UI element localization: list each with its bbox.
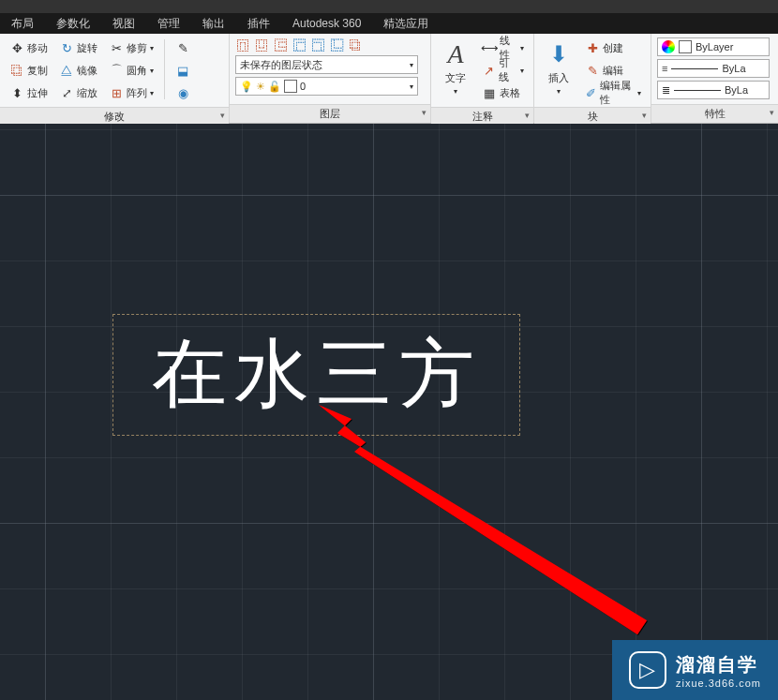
copy-button[interactable]: ⿻ 复制 xyxy=(6,60,52,81)
linetype-combo[interactable]: ≣ ByLa xyxy=(657,81,770,99)
drawing-canvas[interactable]: 在水三方 ▷ 溜溜自学 zixue.3d66.com xyxy=(0,124,778,700)
rotate-button[interactable]: ↻ 旋转 xyxy=(55,37,101,58)
layer-tool-3[interactable]: ⿷ xyxy=(273,37,288,52)
menu-layout[interactable]: 布局 xyxy=(2,13,43,35)
insert-button[interactable]: ⬇ 插入 ▾ xyxy=(540,37,577,103)
text-entity[interactable]: 在水三方 xyxy=(112,314,520,436)
offset-button[interactable]: ◉ xyxy=(172,82,194,103)
panel-dropdown-icon[interactable]: ▾ xyxy=(422,108,426,117)
move-label: 移动 xyxy=(27,41,48,55)
linear-icon: ⟷ xyxy=(482,40,497,55)
scale-icon: ⤢ xyxy=(59,85,74,100)
stretch-button[interactable]: ⬍ 拉伸 xyxy=(6,82,52,103)
panel-annotation-title: 注释 ▾ xyxy=(431,107,533,126)
linetype-label: ByLa xyxy=(725,84,748,96)
color-swatch xyxy=(679,40,692,53)
trim-label: 修剪 xyxy=(127,41,147,55)
menu-view[interactable]: 视图 xyxy=(103,13,144,35)
panel-layers-title: 图层 ▾ xyxy=(230,104,430,123)
title-bar xyxy=(0,0,778,13)
watermark-title: 溜溜自学 xyxy=(676,652,761,678)
mirror-label: 镜像 xyxy=(77,64,97,78)
layer-tool-4[interactable]: ⿸ xyxy=(292,37,307,52)
layer-tool-2[interactable]: ⿶ xyxy=(254,37,269,52)
panel-dropdown-icon[interactable]: ▾ xyxy=(525,111,530,120)
linetype-sample xyxy=(674,90,721,91)
color-wheel-icon xyxy=(662,40,675,53)
create-button[interactable]: ✚ 创建 xyxy=(581,37,645,58)
layer-combo[interactable]: 💡 ☀ 🔓 0 ▾ xyxy=(235,77,418,96)
insert-label: 插入 xyxy=(548,71,569,85)
layer-state-combo[interactable]: 未保存的图层状态 ▾ xyxy=(235,55,418,74)
erase-button[interactable]: ✎ xyxy=(172,37,194,58)
lightbulb-icon: 💡 xyxy=(240,81,253,93)
scale-button[interactable]: ⤢ 缩放 xyxy=(55,82,101,103)
leader-button[interactable]: ↗ 引线 ▾ xyxy=(478,60,528,81)
create-icon: ✚ xyxy=(585,40,600,55)
fillet-icon: ⌒ xyxy=(109,63,124,78)
mirror-button[interactable]: ⧋ 镜像 xyxy=(55,60,101,81)
insert-icon: ⬇ xyxy=(544,39,574,69)
panel-dropdown-icon[interactable]: ▾ xyxy=(220,111,225,120)
layer-name: 0 xyxy=(300,81,306,92)
stretch-icon: ⬍ xyxy=(9,85,24,100)
move-icon: ✥ xyxy=(9,40,24,55)
move-button[interactable]: ✥ 移动 xyxy=(6,37,52,58)
trim-button[interactable]: ✂ 修剪 ▾ xyxy=(105,37,157,58)
create-label: 创建 xyxy=(603,41,623,55)
menu-plugins[interactable]: 插件 xyxy=(238,13,279,35)
text-button[interactable]: A 文字 ▾ xyxy=(437,37,474,103)
edit-button[interactable]: ✎ 编辑 xyxy=(581,60,645,81)
edit-label: 编辑 xyxy=(603,64,623,78)
table-icon: ▦ xyxy=(482,85,497,100)
menu-autodesk360[interactable]: Autodesk 360 xyxy=(283,14,370,33)
trim-icon: ✂ xyxy=(109,40,124,55)
editattr-icon: ✐ xyxy=(585,85,597,100)
watermark: ▷ 溜溜自学 zixue.3d66.com xyxy=(612,640,778,700)
menu-bar: 布局 参数化 视图 管理 输出 插件 Autodesk 360 精选应用 xyxy=(0,13,778,34)
linear-button[interactable]: ⟷ 线性 ▾ xyxy=(478,37,528,58)
menu-parametric[interactable]: 参数化 xyxy=(47,13,99,35)
mirror-icon: ⧋ xyxy=(59,63,74,78)
editattr-label: 编辑属性 xyxy=(600,79,635,107)
copy-label: 复制 xyxy=(27,64,48,78)
array-label: 阵列 xyxy=(127,86,147,100)
copy-icon: ⿻ xyxy=(9,63,24,78)
lineweight-label: ByLa xyxy=(722,63,745,74)
panel-block: ⬇ 插入 ▾ ✚ 创建 ✎ 编辑 ✐ 编辑属性 ▾ xyxy=(534,34,651,123)
menu-manage[interactable]: 管理 xyxy=(148,13,189,35)
explode-button[interactable]: ⬓ xyxy=(172,60,194,81)
stretch-label: 拉伸 xyxy=(27,86,48,100)
panel-modify-title: 修改 ▾ xyxy=(0,107,229,126)
erase-icon: ✎ xyxy=(175,40,190,55)
panel-dropdown-icon[interactable]: ▾ xyxy=(770,108,774,117)
rotate-icon: ↻ xyxy=(59,40,74,55)
panel-modify: ✥ 移动 ⿻ 复制 ⬍ 拉伸 ↻ 旋转 ⧋ 镜像 xyxy=(0,34,230,123)
array-button[interactable]: ⊞ 阵列 ▾ xyxy=(105,82,157,103)
layer-tool-6[interactable]: ⿺ xyxy=(329,37,344,52)
panel-layers: ⿵ ⿶ ⿷ ⿸ ⿹ ⿺ ⿻ 未保存的图层状态 ▾ 💡 ☀ 🔓 0 xyxy=(230,34,431,123)
menu-output[interactable]: 输出 xyxy=(193,13,234,35)
color-combo[interactable]: ByLayer xyxy=(657,37,770,56)
lineweight-combo[interactable]: ≡ ByLa xyxy=(657,59,770,78)
sun-icon: ☀ xyxy=(256,81,265,93)
leader-icon: ↗ xyxy=(482,63,496,78)
text-icon: A xyxy=(441,39,471,69)
watermark-sub: zixue.3d66.com xyxy=(676,678,761,689)
scale-label: 缩放 xyxy=(77,86,97,100)
layer-tool-5[interactable]: ⿹ xyxy=(310,37,325,52)
rotate-label: 旋转 xyxy=(77,41,97,55)
leader-label: 引线 xyxy=(499,56,517,84)
lineweight-sample xyxy=(671,68,718,69)
explode-icon: ⬓ xyxy=(175,63,190,78)
panel-dropdown-icon[interactable]: ▾ xyxy=(642,111,647,120)
fillet-label: 圆角 xyxy=(127,64,147,78)
linetype-icon: ≣ xyxy=(662,84,670,97)
table-button[interactable]: ▦ 表格 xyxy=(478,82,528,103)
panel-properties-title: 特性 ▾ xyxy=(651,104,778,123)
menu-featured[interactable]: 精选应用 xyxy=(374,13,438,35)
fillet-button[interactable]: ⌒ 圆角 ▾ xyxy=(105,60,157,81)
editattr-button[interactable]: ✐ 编辑属性 ▾ xyxy=(581,82,645,103)
layer-tool-1[interactable]: ⿵ xyxy=(235,37,250,52)
layer-tool-7[interactable]: ⿻ xyxy=(348,37,363,52)
